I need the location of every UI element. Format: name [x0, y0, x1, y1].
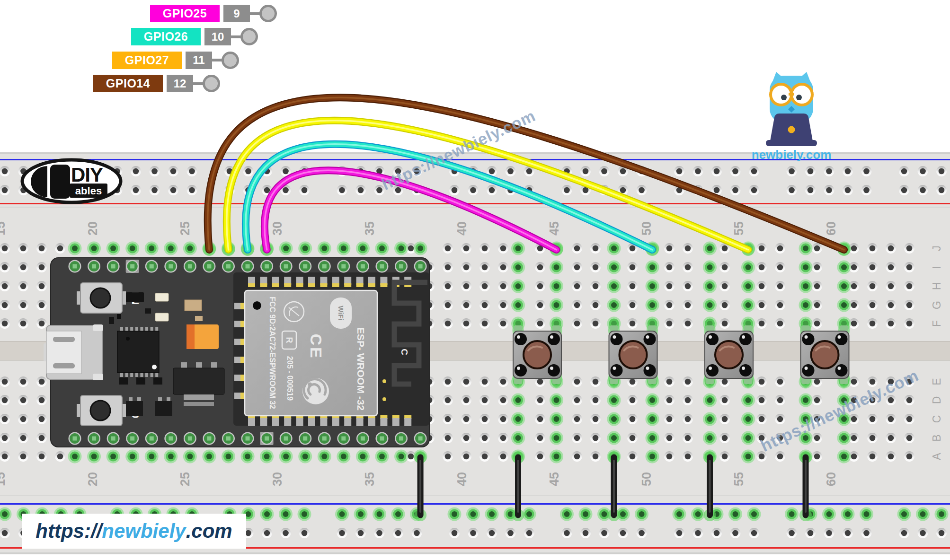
- breadboard-hole: [683, 281, 693, 291]
- breadboard-hole: [599, 528, 610, 538]
- breadboard-hole-connected: [916, 508, 930, 521]
- esp32-header-pin: [318, 260, 331, 273]
- breadboard-hole: [812, 262, 822, 272]
- breadboard-hole-connected: [164, 242, 178, 255]
- breadboard-hole: [730, 528, 741, 538]
- breadboard-hole: [756, 395, 767, 405]
- breadboard-hole-connected: [741, 298, 755, 312]
- breadboard-hole: [461, 318, 471, 329]
- breadboard-hole-connected: [125, 450, 139, 464]
- column-number-top: 25: [178, 221, 192, 236]
- breadboard-hole: [479, 376, 490, 387]
- top-rail-red-line: [0, 203, 950, 204]
- breadboard-hole: [524, 528, 534, 538]
- breadboard-hole: [812, 281, 822, 291]
- esp32-header-pin: [126, 432, 139, 445]
- gpio-label: GPIO25: [150, 5, 220, 22]
- breadboard-hole: [812, 300, 822, 310]
- breadboard-hole: [886, 243, 896, 254]
- breadboard-hole-connected: [337, 450, 350, 464]
- breadboard-hole: [627, 451, 638, 462]
- breadboard-hole-connected: [298, 508, 311, 521]
- breadboard-hole: [627, 318, 638, 329]
- micro-usb-connector: [44, 324, 103, 380]
- breadboard-hole: [281, 528, 291, 538]
- breadboard-hole-connected: [822, 508, 836, 521]
- breadboard-hole: [299, 185, 310, 195]
- breadboard-hole-connected: [741, 450, 755, 464]
- button-corner-pin: [706, 333, 719, 345]
- breadboard-hole: [461, 300, 471, 310]
- button-corner-pin: [835, 364, 848, 376]
- breadboard-hole-connected: [183, 450, 197, 464]
- esp32-en-button: [77, 283, 126, 313]
- breadboard-hole-connected: [691, 508, 705, 521]
- breadboard-hole-connected: [354, 508, 368, 521]
- breadboard-hole-connected: [646, 412, 659, 426]
- breadboard-hole: [498, 262, 508, 272]
- breadboard-hole-connected: [145, 450, 159, 464]
- breadboard-hole: [756, 300, 767, 310]
- breadboard-hole: [918, 166, 928, 176]
- breadboard-hole: [899, 528, 909, 538]
- breadboard-hole-connected: [68, 242, 82, 255]
- breadboard-hole: [886, 433, 896, 443]
- breadboard-hole-connected: [298, 242, 312, 255]
- esp32-header-pin: [337, 260, 350, 273]
- breadboard-hole-connected: [837, 298, 851, 312]
- breadboard-hole: [0, 433, 10, 443]
- button-cap: [811, 341, 839, 368]
- wifi-logo-text: WiFi: [337, 306, 345, 321]
- breadboard-hole: [535, 300, 545, 310]
- breadboard-hole: [719, 451, 730, 462]
- breadboard-hole-connected: [550, 394, 563, 407]
- row-letter: D: [931, 396, 943, 404]
- breadboard-hole: [18, 451, 28, 462]
- breadboard-hole-connected: [202, 450, 216, 464]
- breadboard-hole: [18, 243, 28, 254]
- button-cap: [524, 341, 551, 368]
- esp32-header-pin: [356, 260, 369, 273]
- breadboard-hole-connected: [785, 508, 799, 521]
- breadboard-hole-connected: [164, 450, 178, 464]
- breadboard-hole: [664, 318, 675, 329]
- esp32-header-pin: [356, 432, 369, 445]
- breadboard-hole-connected: [511, 280, 525, 293]
- breadboard-hole: [150, 166, 160, 176]
- esp32-header-pin: [222, 432, 235, 445]
- breadboard-hole-connected: [550, 280, 563, 293]
- breadboard-hole: [899, 166, 909, 176]
- breadboard-hole-connected: [646, 298, 659, 312]
- breadboard-hole: [0, 185, 10, 195]
- button-corner-pin: [644, 364, 656, 376]
- breadboard-hole: [904, 414, 914, 424]
- button-corner-pin: [611, 364, 623, 376]
- esp32-header-pin: [184, 432, 196, 445]
- breadboard-hole-connected: [511, 261, 525, 274]
- breadboard-hole: [683, 318, 693, 329]
- breadboard-hole: [775, 414, 785, 424]
- breadboard-hole-connected: [279, 508, 293, 521]
- breadboard-hole: [187, 185, 197, 195]
- pin-number-label: 10: [204, 28, 231, 45]
- breadboard-hole: [812, 395, 822, 405]
- breadboard-hole: [904, 395, 914, 405]
- row-letter: F: [931, 320, 943, 327]
- legend-pin-dot-icon: [259, 5, 277, 22]
- esp32-header-pin: [88, 432, 100, 445]
- breadboard-hole: [498, 395, 508, 405]
- breadboard-hole: [756, 376, 767, 387]
- breadboard-hole: [498, 318, 508, 329]
- breadboard-hole: [498, 451, 508, 462]
- button-corner-pin: [739, 364, 752, 376]
- breadboard-hole: [664, 281, 675, 291]
- esp32-header-pin: [164, 260, 177, 273]
- breadboard-hole: [18, 376, 28, 387]
- breadboard-hole: [886, 300, 896, 310]
- breadboard-hole: [461, 414, 471, 424]
- breadboard-hole-connected: [550, 261, 563, 274]
- esp32-header-pin: [69, 432, 81, 445]
- breadboard-hole: [443, 433, 453, 443]
- breadboard-hole-connected: [511, 412, 525, 426]
- breadboard-hole-connected: [511, 394, 525, 407]
